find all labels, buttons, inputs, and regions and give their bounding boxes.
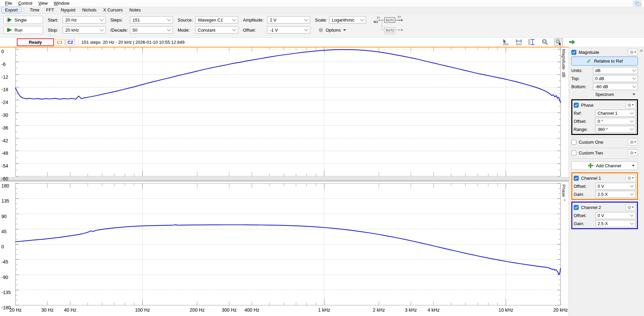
- range-select[interactable]: 360 °: [595, 126, 636, 133]
- plot-settings-icon[interactable]: [554, 38, 563, 46]
- offset-select[interactable]: -1 V: [267, 26, 310, 34]
- tab-nyquist[interactable]: Nyquist: [58, 7, 79, 13]
- per-decade-select[interactable]: 50: [130, 26, 173, 34]
- chevron-down-icon: [100, 17, 103, 21]
- svg-text:DUT2: DUT2: [386, 29, 394, 32]
- y-axis-label: 90: [1, 214, 7, 219]
- separator: [571, 148, 638, 148]
- channel-2-offset-select[interactable]: 0 V: [595, 212, 636, 219]
- channel-1-gain-label: Gain:: [574, 192, 595, 197]
- single-button[interactable]: 1 Single: [3, 16, 43, 24]
- phase-checkbox[interactable]: [574, 103, 579, 108]
- y-axis-label: -12: [1, 74, 8, 80]
- y-axis-label: 0: [1, 244, 4, 249]
- cursor-measure-icon[interactable]: [502, 39, 510, 46]
- check-icon: [574, 206, 578, 209]
- caret-down-icon: [632, 165, 635, 167]
- options-button[interactable]: Options: [315, 26, 349, 34]
- amplitude-select[interactable]: 2 V: [267, 16, 310, 24]
- custom-one-section: Custom One: [571, 138, 638, 146]
- mode-select[interactable]: Constant: [195, 26, 238, 34]
- custom-one-settings-button[interactable]: [628, 139, 638, 145]
- magnitude-plot[interactable]: 0-6-12-18-24-30-36-42-48-54-60: [0, 46, 569, 178]
- svg-text:2+: 2+: [398, 15, 401, 19]
- tab-export[interactable]: Export: [1, 7, 22, 13]
- channel-1-gain-select[interactable]: 2.5 X: [595, 191, 636, 198]
- check-icon: [572, 50, 576, 54]
- spectrum-dropdown[interactable]: Spectrum: [571, 91, 638, 98]
- custom-two-settings-button[interactable]: [628, 149, 638, 156]
- custom-one-title: Custom One: [579, 140, 625, 145]
- menu-control[interactable]: Control: [15, 0, 35, 6]
- custom-two-checkbox[interactable]: [571, 150, 576, 155]
- tab-fft[interactable]: FFT: [43, 7, 58, 13]
- phase-axis-title: Phase °: [561, 184, 566, 201]
- play-single-icon: 1: [6, 17, 12, 23]
- phase-offset-select[interactable]: 0 °: [595, 118, 636, 125]
- channel-1-offset-select[interactable]: 0 V: [595, 183, 636, 190]
- chevron-down-icon: [167, 27, 171, 31]
- panel-scrollbar[interactable]: [639, 46, 644, 316]
- top-select[interactable]: 0 dB: [593, 75, 638, 82]
- check-icon: [574, 176, 578, 180]
- cascade-windows-icon[interactable]: [633, 0, 642, 7]
- tab-nichols[interactable]: Nichols: [79, 7, 100, 13]
- channel-2-settings-button[interactable]: [625, 204, 636, 211]
- channel-1-settings-button[interactable]: [625, 175, 636, 181]
- tab-divider: [24, 8, 24, 12]
- y-cursors-icon[interactable]: [528, 39, 536, 46]
- svg-text:1+: 1+: [377, 16, 380, 19]
- y-axis-label: 45: [1, 229, 7, 234]
- relative-to-ref-button[interactable]: ✓ Relative to Ref: [571, 57, 638, 66]
- add-channel-button[interactable]: Add Channel: [571, 161, 638, 170]
- tab-notes[interactable]: Notes: [126, 7, 144, 13]
- tab-time[interactable]: Time: [27, 7, 43, 13]
- green-arrow-icon[interactable]: [568, 39, 576, 46]
- channel-2-checkbox[interactable]: [574, 205, 579, 210]
- gear-icon: [627, 205, 632, 210]
- phase-settings-button[interactable]: [625, 102, 636, 108]
- top-label: Top:: [571, 76, 593, 81]
- magnitude-settings-button[interactable]: [628, 49, 638, 56]
- scale-label: Scale:: [310, 17, 329, 23]
- channel2-badge[interactable]: C2: [66, 39, 75, 45]
- steps-select[interactable]: 151: [130, 16, 173, 24]
- caret-down-icon: [634, 141, 636, 143]
- chevron-down-icon: [167, 17, 171, 21]
- x-axis-tick-label: 3 kHz: [405, 307, 417, 313]
- chevron-down-icon: [100, 27, 103, 31]
- channel-1-checkbox[interactable]: [574, 176, 579, 181]
- svg-text:1: 1: [7, 19, 9, 22]
- channel1-badge[interactable]: C1: [55, 39, 65, 45]
- scale-select[interactable]: Logarithmic: [329, 16, 366, 24]
- menu-view[interactable]: View: [35, 0, 51, 6]
- x-axis-tick-label: 1 kHz: [318, 307, 330, 313]
- run-button[interactable]: Run: [3, 26, 43, 34]
- x-axis-tick-label: 400 Hz: [244, 307, 259, 313]
- stop-select[interactable]: 20 kHz: [63, 26, 106, 34]
- units-select[interactable]: dB: [593, 67, 638, 74]
- menu-file[interactable]: File: [2, 0, 15, 6]
- channel-1-offset-label: Offset:: [574, 184, 595, 189]
- scroll-up-icon[interactable]: [640, 49, 643, 51]
- tab-x-cursors[interactable]: X Cursors: [100, 7, 126, 13]
- source-select[interactable]: Wavegen C1: [195, 16, 238, 24]
- bottom-select[interactable]: -60 dB: [593, 83, 638, 90]
- phase-plot[interactable]: 18013590450-45-90-135-180: [0, 182, 569, 314]
- menu-window[interactable]: Window: [51, 0, 72, 6]
- start-select[interactable]: 20 Hz: [63, 16, 106, 24]
- gear-icon: [630, 50, 634, 55]
- ref-select[interactable]: Channel 1: [595, 110, 636, 117]
- x-axis-labels: 20 Hz30 Hz40 Hz100 Hz200 Hz300 Hz400 Hz1…: [0, 307, 569, 315]
- y-axis-label: -18: [1, 87, 8, 92]
- svg-text:W1: W1: [373, 20, 378, 24]
- range-label: Range:: [574, 127, 595, 132]
- chevron-down-icon: [232, 27, 236, 31]
- custom-one-checkbox[interactable]: [571, 140, 576, 145]
- channel-2-gain-select[interactable]: 2.5 X: [595, 220, 636, 227]
- zoom-icon[interactable]: [541, 39, 549, 46]
- x-cursors-icon[interactable]: [515, 39, 523, 46]
- y-axis-label: -90: [1, 275, 8, 280]
- stop-label: Stop:: [43, 28, 63, 33]
- magnitude-checkbox[interactable]: [571, 50, 576, 55]
